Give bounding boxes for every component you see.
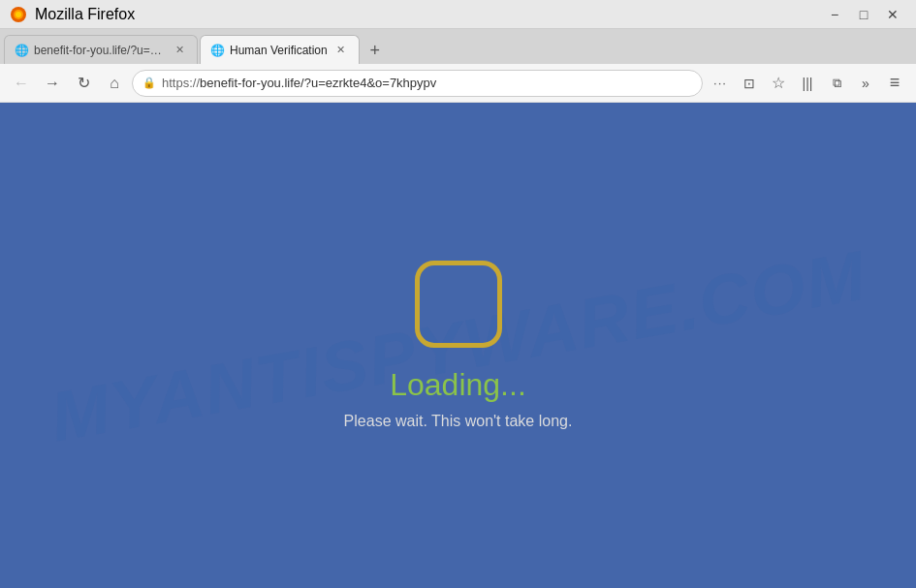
page-content: MYANTISPYWARE.COM Loading... Please wait… (0, 103, 916, 588)
reload-button[interactable]: ↻ (70, 70, 97, 97)
close-button[interactable]: ✕ (879, 4, 906, 25)
bookmark-button[interactable]: ☆ (765, 70, 792, 97)
tab-benefit[interactable]: 🌐 benefit-for-you.life/?u=e... ✕ (4, 35, 198, 64)
firefox-icon (10, 6, 27, 23)
url-bar[interactable]: 🔒 https://benefit-for-you.life/?u=ezrkte… (132, 70, 703, 97)
forward-button[interactable]: → (39, 70, 66, 97)
url-path: /?u=ezrkte4&o=7khpypv (300, 76, 436, 90)
loading-spinner (415, 261, 502, 348)
tab-verification-close[interactable]: ✕ (333, 43, 349, 58)
overflow-button[interactable]: » (852, 70, 879, 97)
url-text: https://benefit-for-you.life/?u=ezrkte4&… (162, 76, 692, 90)
title-bar-left: Mozilla Firefox (10, 6, 135, 23)
maximize-button[interactable]: □ (850, 4, 877, 25)
library-button[interactable]: ||| (794, 70, 821, 97)
tab-benefit-close[interactable]: ✕ (172, 43, 187, 58)
tab-verification-label: Human Verification (230, 44, 328, 57)
pocket-button[interactable]: ⊡ (736, 70, 763, 97)
loading-text: Loading... (390, 367, 526, 403)
tab-benefit-favicon: 🌐 (15, 44, 28, 57)
tab-bar: 🌐 benefit-for-you.life/?u=e... ✕ 🌐 Human… (0, 29, 916, 64)
menu-button[interactable]: ≡ (881, 70, 908, 97)
url-scheme: https:// (162, 76, 200, 90)
lock-icon: 🔒 (142, 77, 156, 89)
title-bar-title: Mozilla Firefox (35, 6, 135, 23)
home-button[interactable]: ⌂ (101, 70, 128, 97)
minimize-button[interactable]: − (821, 4, 848, 25)
new-tab-button[interactable]: + (362, 37, 389, 64)
nav-right-icons: ··· ⊡ ☆ ||| ⧉ » ≡ (707, 70, 908, 97)
back-button[interactable]: ← (8, 70, 35, 97)
url-domain: benefit-for-you.life (200, 76, 300, 90)
loading-subtext: Please wait. This won't take long. (344, 413, 573, 430)
nav-bar: ← → ↻ ⌂ 🔒 https://benefit-for-you.life/?… (0, 64, 916, 103)
tab-human-verification[interactable]: 🌐 Human Verification ✕ (200, 35, 360, 64)
more-button[interactable]: ··· (707, 70, 734, 97)
tab-verification-favicon: 🌐 (210, 44, 224, 57)
spinner-container: Loading... Please wait. This won't take … (344, 261, 573, 430)
title-bar-controls: − □ ✕ (821, 4, 906, 25)
svg-point-2 (16, 12, 21, 17)
sidebar-button[interactable]: ⧉ (823, 70, 850, 97)
tab-benefit-label: benefit-for-you.life/?u=e... (34, 44, 166, 57)
title-bar: Mozilla Firefox − □ ✕ (0, 0, 916, 29)
